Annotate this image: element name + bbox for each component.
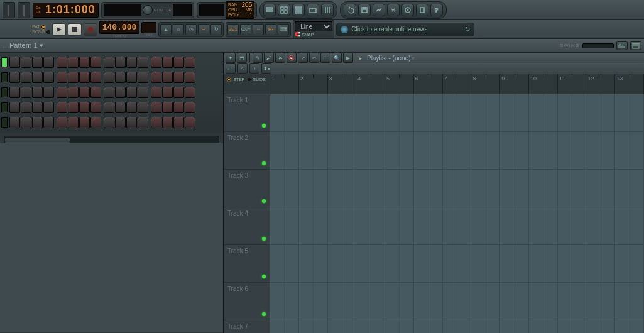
track-mute-led[interactable] — [262, 161, 266, 165]
step-button[interactable] — [162, 72, 173, 83]
step-button[interactable] — [57, 72, 67, 83]
step-slide-mode[interactable]: STEP SLIDE — [224, 74, 270, 85]
track-lane[interactable] — [270, 207, 644, 245]
bar-marker[interactable]: 13 — [615, 74, 644, 94]
swing-slider[interactable] — [582, 43, 614, 48]
track-header[interactable]: Track 4 — [224, 207, 270, 245]
step-button[interactable] — [173, 117, 184, 128]
oscilloscope[interactable] — [104, 4, 141, 16]
step-button[interactable] — [115, 102, 126, 113]
step-button[interactable] — [9, 72, 20, 83]
pl-note-menu[interactable]: ♪ — [249, 63, 259, 74]
step-button[interactable] — [21, 72, 31, 83]
track-mute-led[interactable] — [262, 124, 266, 128]
step-button[interactable] — [115, 57, 126, 68]
channel-led[interactable] — [1, 117, 8, 128]
pat-song-switch[interactable]: PAT SONG — [32, 25, 50, 34]
step-button[interactable] — [21, 87, 31, 98]
bar-marker[interactable]: 10 — [529, 74, 558, 94]
stop-button[interactable] — [68, 23, 82, 36]
master-pitch-slider[interactable] — [18, 2, 30, 18]
refresh-icon[interactable]: ↻ — [465, 26, 470, 33]
timeline-ruler[interactable]: 12345678910111213 — [270, 74, 644, 94]
select-tool[interactable]: ⬚ — [320, 53, 330, 63]
step-button[interactable] — [104, 87, 114, 98]
step-button[interactable] — [21, 117, 31, 128]
blend-button[interactable]: ≡ — [198, 24, 209, 35]
slip-tool[interactable]: ⤢ — [298, 53, 308, 63]
step-button[interactable] — [185, 87, 195, 98]
delete-tool[interactable]: ✖ — [275, 53, 285, 63]
step-button[interactable] — [126, 102, 137, 113]
step-button[interactable] — [32, 102, 43, 113]
step-button[interactable] — [9, 102, 20, 113]
playlist-button[interactable] — [263, 4, 276, 16]
playlist-grid[interactable]: 12345678910111213 — [270, 74, 644, 333]
pl-magnet-button[interactable]: ⬒ — [237, 53, 247, 63]
track-lane[interactable] — [270, 320, 644, 333]
typing-kb-button[interactable]: ⌨ — [278, 24, 289, 35]
step-button[interactable] — [151, 87, 161, 98]
step-button[interactable] — [138, 102, 148, 113]
step-button[interactable] — [32, 57, 43, 68]
step-button[interactable] — [138, 72, 148, 83]
bar-marker[interactable]: 7 — [443, 74, 472, 94]
step-button[interactable] — [173, 87, 184, 98]
step-button[interactable] — [43, 102, 54, 113]
step-button[interactable] — [115, 72, 126, 83]
snap-select[interactable]: Line — [295, 21, 332, 31]
step-button[interactable] — [162, 102, 173, 113]
wait-button[interactable]: WAIT — [240, 24, 251, 35]
news-panel[interactable]: Click to enable online news ↻ — [336, 23, 474, 36]
track-mute-led[interactable] — [262, 237, 266, 241]
pl-menu-button[interactable]: ▾ — [226, 53, 236, 63]
project-button[interactable] — [416, 4, 428, 16]
step-button[interactable] — [185, 57, 195, 68]
step-button[interactable] — [138, 57, 148, 68]
peak-meter[interactable] — [173, 4, 192, 16]
tempo-display[interactable]: 140.000 — [99, 21, 140, 34]
step-button[interactable] — [173, 102, 184, 113]
step-button[interactable] — [9, 117, 20, 128]
bar-marker[interactable]: 9 — [500, 74, 529, 94]
track-lane[interactable] — [270, 94, 644, 132]
undo-button[interactable] — [344, 4, 356, 16]
step-button[interactable] — [126, 117, 137, 128]
step-button[interactable] — [90, 102, 101, 113]
bar-marker[interactable]: 1 — [270, 74, 299, 94]
seq-scrollbar[interactable] — [4, 136, 219, 143]
step-button[interactable] — [32, 87, 43, 98]
rec-automation-button[interactable]: R• — [265, 24, 276, 35]
bar-marker[interactable]: 12 — [586, 74, 615, 94]
step-button[interactable] — [79, 87, 90, 98]
help-button[interactable]: ? — [430, 4, 443, 16]
step-button[interactable] — [68, 72, 79, 83]
step-button[interactable] — [68, 102, 79, 113]
step-button[interactable] — [185, 117, 195, 128]
step-button[interactable] — [43, 87, 54, 98]
step-button[interactable] — [57, 102, 67, 113]
track-lane[interactable] — [270, 245, 644, 283]
step-button[interactable] — [90, 87, 101, 98]
pattern-selector[interactable] — [141, 22, 156, 33]
step-button[interactable] — [162, 57, 173, 68]
monitor-knob[interactable] — [143, 5, 153, 15]
step-button[interactable] — [90, 57, 101, 68]
step-edit-button[interactable]: 321 — [227, 24, 239, 35]
step-button[interactable] — [68, 57, 79, 68]
channel-led[interactable] — [1, 87, 8, 97]
track-mute-led[interactable] — [262, 312, 266, 316]
track-lane[interactable] — [270, 132, 644, 170]
step-button[interactable] — [104, 102, 114, 113]
step-button[interactable] — [43, 57, 54, 68]
step-button[interactable] — [185, 102, 195, 113]
step-button[interactable] — [115, 87, 126, 98]
track-mute-led[interactable] — [262, 275, 266, 278]
step-button[interactable] — [43, 72, 54, 83]
step-button[interactable] — [115, 117, 126, 128]
bar-marker[interactable]: 11 — [558, 74, 587, 94]
record-button[interactable] — [84, 23, 97, 36]
save-button[interactable] — [358, 4, 371, 16]
step-button[interactable] — [43, 117, 54, 128]
step-button[interactable] — [68, 87, 79, 98]
